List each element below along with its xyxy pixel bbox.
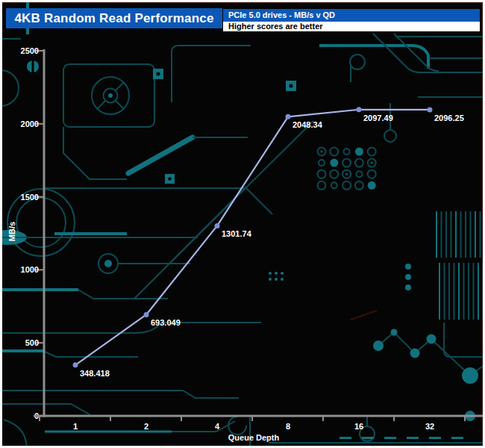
legend-bar-primary: PCIe 5.0 drives - MB/s v QD [223, 9, 480, 22]
data-point-marker [428, 107, 433, 112]
x-tick-label: 8 [286, 422, 290, 431]
data-point-marker [144, 312, 149, 317]
chart-title: 4KB Random Read Performance [14, 11, 213, 26]
data-point-marker [73, 362, 78, 367]
series-line [75, 110, 430, 365]
y-tick-label: 1000 [21, 265, 39, 274]
performance-line-chart: 0500100015002000250012481632348.418693.0… [0, 0, 485, 448]
x-tick-label: 32 [425, 422, 434, 431]
y-tick-label: 1500 [21, 193, 39, 202]
x-tick-label: 4 [215, 422, 220, 431]
x-axis-title: Queue Depth [209, 433, 298, 442]
legend-primary-text: PCIe 5.0 drives - MB/s v QD [228, 10, 335, 19]
y-tick-label: 2500 [21, 46, 39, 55]
data-point-label: 2097.49 [363, 113, 393, 122]
legend-secondary-text: Higher scores are better [228, 22, 323, 31]
y-axis-title: MB/s [1, 221, 22, 242]
x-tick-label: 16 [354, 422, 363, 431]
chart-canvas: 0500100015002000250012481632348.418693.0… [0, 0, 485, 448]
data-point-label: 1301.74 [222, 229, 252, 238]
data-point-marker [357, 107, 362, 112]
x-tick-label: 2 [144, 422, 148, 431]
y-tick-label: 500 [25, 338, 39, 347]
data-point-marker [215, 223, 220, 228]
x-tick-label: 1 [73, 422, 78, 431]
legend-bar-secondary: Higher scores are better [223, 22, 480, 31]
data-point-label: 2096.25 [434, 113, 464, 122]
data-point-label: 348.418 [80, 369, 110, 378]
data-point-label: 693.049 [151, 318, 181, 327]
y-tick-label: 2000 [21, 119, 39, 128]
data-point-label: 2048.34 [292, 120, 323, 129]
chart-title-bar: 4KB Random Read Performance [6, 8, 222, 28]
data-point-marker [286, 114, 291, 119]
